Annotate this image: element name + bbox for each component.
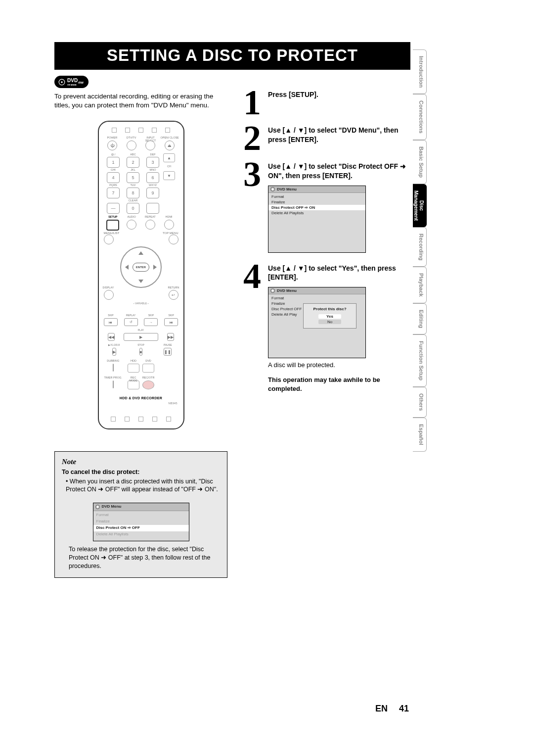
dialog-no: No (318, 320, 341, 324)
confirm-dialog: Protect this disc? Yes No (303, 303, 356, 329)
tab-disc-management[interactable]: DiscManagement (413, 184, 427, 227)
page-content: SETTING A DISC TO PROTECT DVD-RWVR MODE … (54, 42, 410, 578)
step-1: 1 Press [SETUP]. (241, 90, 407, 115)
note-title: Note (62, 457, 220, 467)
step-4-head: Use [▲ / ▼] to select "Yes", then press … (268, 264, 407, 283)
skip-forward-icon: ⏭ (164, 318, 178, 326)
right-column: 1 Press [SETUP]. 2 Use [▲ / ▼] to select… (241, 79, 407, 393)
rewind-icon: ◀◀ (108, 333, 115, 341)
tab-introduction[interactable]: Introduction (413, 49, 427, 94)
section-tabs: Introduction Connections Basic Setup Dis… (413, 49, 427, 452)
page-footer: EN 41 (375, 704, 409, 714)
numeric-keypad: @./1 ABC2 DEF3 GHI4 JKL5 MNO6 PQRS7 TUV8… (107, 153, 159, 214)
dialog-yes: Yes (318, 314, 341, 319)
osd-screenshot-note: DVD Menu Format Finalize Disc Protect ON… (93, 503, 189, 541)
tab-basic-setup[interactable]: Basic Setup (413, 140, 427, 184)
osd-screenshot-step3: DVD Menu Format Finalize Disc Protect OF… (268, 186, 366, 253)
tab-others[interactable]: Others (413, 387, 427, 417)
left-column: To prevent accidental recording, editing… (54, 88, 227, 578)
page-title: SETTING A DISC TO PROTECT (54, 42, 410, 70)
setup-button-icon (106, 220, 119, 231)
ch-up-icon: ▲ (163, 153, 175, 162)
disc-icon (270, 288, 275, 293)
note-box: Note To cancel the disc protect: When yo… (54, 451, 227, 577)
two-column-layout: To prevent accidental recording, editing… (54, 88, 410, 578)
eject-icon: ⏏ (165, 141, 175, 150)
step-2: 2 Use [▲ / ▼] to select "DVD Menu", then… (241, 126, 407, 150)
step-1-head: Press [SETUP]. (268, 90, 407, 99)
remote-control-illustration: POWER⏻ DTV/TV INPUT SELECT OPEN/ CLOSE⏏ … (98, 121, 184, 429)
up-arrow-icon (138, 251, 143, 255)
fast-forward-icon: ▶▶ (167, 333, 174, 341)
right-arrow-icon (153, 265, 157, 270)
step-4-warning: This operation may take awhile to be com… (268, 376, 407, 393)
footer-lang: EN (375, 704, 388, 713)
step-number: 1 (241, 90, 263, 115)
step-4-note: A disc will be protected. (268, 361, 407, 369)
pause-icon: ❚❚ (164, 348, 172, 356)
step-4: 4 Use [▲ / ▼] to select "Yes", then pres… (241, 264, 407, 393)
skip-back-icon: ⏮ (104, 318, 118, 326)
tab-espanol[interactable]: Español (413, 418, 427, 452)
note-closing: To release the protection for the disc, … (62, 545, 220, 570)
tab-connections[interactable]: Connections (413, 94, 427, 140)
step-number: 3 (241, 162, 263, 253)
tab-playback[interactable]: Playback (413, 267, 427, 303)
step-2-head: Use [▲ / ▼] to select "DVD Menu", then p… (268, 126, 407, 144)
tab-editing[interactable]: Editing (413, 303, 427, 334)
left-arrow-icon (125, 265, 129, 270)
tab-function-setup[interactable]: Function Setup (413, 334, 427, 387)
step-3: 3 Use [▲ / ▼] to select "Disc Protect OF… (241, 162, 407, 253)
stop-icon: ■ (139, 348, 143, 356)
svg-point-1 (61, 81, 63, 83)
play-icon: ▶ (124, 333, 158, 341)
dvd-rw-badge: DVD-RWVR MODE (54, 76, 89, 88)
step-number: 2 (241, 126, 263, 150)
return-icon: ↩ (169, 290, 178, 300)
step-number: 4 (241, 264, 263, 393)
product-label: HDD & DVD RECORDER (103, 396, 179, 400)
note-subtitle: To cancel the disc protect: (62, 468, 220, 476)
disc-icon (95, 505, 100, 509)
enter-button-icon: ENTER (133, 263, 149, 272)
d-pad: ENTER DISPLAY RETURN (103, 245, 179, 289)
power-button-icon: ⏻ (107, 141, 117, 150)
skip-forward-arrow-icon: → (144, 318, 158, 326)
disc-icon (58, 79, 65, 86)
note-bullet: When you insert a disc protected with th… (66, 477, 220, 494)
disc-icon (270, 187, 275, 191)
step-3-head: Use [▲ / ▼] to select "Disc Protect OFF … (268, 162, 407, 181)
osd-screenshot-step4: DVD Menu Format Finalize Disc Protect OF… (268, 287, 366, 358)
page-number: 41 (399, 704, 409, 713)
intro-text: To prevent accidental recording, editing… (54, 92, 227, 110)
replay-icon: ↺ (124, 318, 138, 326)
down-arrow-icon (138, 280, 143, 283)
ch-down-icon: ▼ (163, 171, 175, 180)
tab-recording[interactable]: Recording (413, 227, 427, 267)
